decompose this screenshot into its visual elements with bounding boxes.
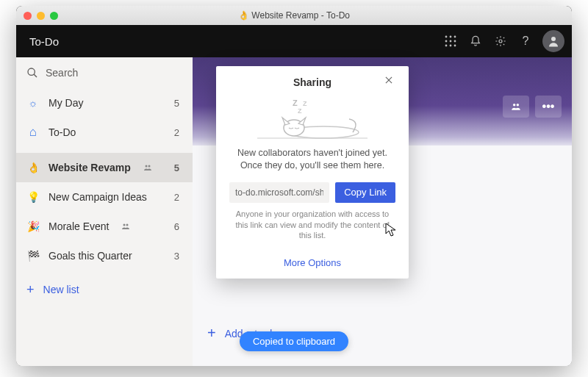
svg-point-8 — [454, 45, 456, 47]
svg-text:Z: Z — [298, 107, 302, 115]
toast-copied: Copied to clipboard — [240, 331, 348, 351]
sidebar-item-label: Goals this Quarter — [49, 250, 165, 262]
svg-point-3 — [445, 40, 448, 43]
svg-point-15 — [123, 224, 126, 226]
search-row[interactable]: Search — [16, 57, 193, 88]
sidebar-item-label: To-Do — [49, 126, 165, 138]
waffle-icon[interactable] — [438, 29, 463, 54]
sidebar-item-todo[interactable]: ⌂ To-Do 2 — [16, 118, 193, 147]
window-minimize-icon[interactable] — [37, 12, 45, 20]
sidebar-item-website-revamp[interactable]: 👌 Website Revamp 5 — [16, 153, 193, 182]
sidebar-item-new-campaign[interactable]: 💡 New Campaign Ideas 2 — [16, 182, 193, 212]
svg-text:Z: Z — [293, 98, 298, 107]
svg-point-14 — [148, 165, 150, 168]
svg-line-12 — [34, 74, 37, 77]
share-list-button[interactable] — [503, 96, 529, 118]
modal-close-button[interactable] — [384, 75, 398, 90]
sharing-modal: Sharing Z Z Z New collaborators haven't … — [216, 66, 409, 279]
app-header: To-Do ? — [16, 25, 572, 57]
modal-title: Sharing — [293, 76, 331, 88]
sidebar-item-my-day[interactable]: ☼ My Day 5 — [16, 88, 193, 118]
svg-point-17 — [513, 104, 516, 107]
app-name: To-Do — [29, 35, 59, 48]
search-icon — [26, 67, 38, 79]
new-list-button[interactable]: + New list — [16, 273, 193, 306]
plus-icon: + — [207, 325, 216, 342]
svg-point-2 — [454, 36, 456, 38]
home-icon: ⌂ — [26, 125, 40, 140]
svg-point-4 — [450, 40, 452, 43]
sidebar-item-count: 5 — [174, 162, 182, 173]
new-list-label: New list — [43, 284, 79, 295]
sidebar-item-count: 5 — [174, 98, 182, 109]
ok-hand-icon: 👌 — [26, 162, 40, 173]
sidebar: Search ☼ My Day 5 ⌂ To-Do 2 👌 Website Re… — [16, 57, 193, 366]
bulb-icon: 💡 — [26, 191, 40, 203]
svg-point-9 — [499, 40, 502, 43]
copy-link-button[interactable]: Copy Link — [335, 182, 395, 203]
sidebar-item-label: My Day — [49, 97, 165, 109]
window-title-icon: 👌 — [238, 10, 249, 21]
sun-icon: ☼ — [26, 97, 40, 109]
window-zoom-icon[interactable] — [50, 12, 58, 20]
sidebar-item-count: 2 — [174, 127, 182, 138]
party-icon: 🎉 — [26, 220, 40, 232]
more-options-button[interactable]: ••• — [535, 96, 562, 118]
shared-icon — [121, 222, 131, 231]
svg-text:Z: Z — [303, 100, 307, 107]
sidebar-item-goals[interactable]: 🏁 Goals this Quarter 3 — [16, 241, 193, 270]
user-avatar[interactable] — [542, 30, 564, 52]
sidebar-item-count: 2 — [174, 192, 182, 203]
sidebar-item-count: 3 — [174, 251, 182, 262]
svg-point-0 — [445, 36, 448, 38]
svg-point-16 — [126, 224, 129, 226]
shared-icon — [143, 163, 153, 172]
bell-icon[interactable] — [463, 29, 488, 54]
svg-point-1 — [450, 36, 452, 38]
plus-icon: + — [26, 282, 35, 298]
flag-icon: 🏁 — [26, 250, 40, 262]
sidebar-item-morale-event[interactable]: 🎉 Morale Event 6 — [16, 212, 193, 241]
svg-point-5 — [454, 40, 456, 43]
share-link-input[interactable] — [229, 182, 329, 203]
sleeping-cat-illustration: Z Z Z — [229, 93, 395, 140]
window-titlebar: 👌 Website Revamp - To-Do — [16, 6, 572, 25]
svg-point-11 — [28, 68, 35, 75]
more-options-link[interactable]: More Options — [229, 253, 395, 270]
svg-point-7 — [450, 45, 452, 47]
svg-point-10 — [551, 37, 556, 41]
settings-gear-icon[interactable] — [488, 29, 513, 54]
modal-fineprint: Anyone in your organization with access … — [229, 209, 395, 242]
window-close-icon[interactable] — [24, 12, 32, 20]
sidebar-item-label: Morale Event — [49, 220, 109, 232]
svg-point-6 — [445, 45, 448, 47]
sidebar-item-label: Website Revamp — [49, 162, 131, 173]
svg-point-13 — [145, 165, 147, 168]
modal-message: New collaborators haven't joined yet. On… — [229, 147, 395, 172]
sidebar-item-count: 6 — [174, 221, 182, 232]
search-placeholder: Search — [46, 67, 78, 79]
help-icon[interactable]: ? — [513, 29, 538, 54]
svg-point-18 — [517, 104, 520, 107]
sidebar-item-label: New Campaign Ideas — [49, 191, 165, 203]
window-title: Website Revamp - To-Do — [251, 10, 350, 21]
